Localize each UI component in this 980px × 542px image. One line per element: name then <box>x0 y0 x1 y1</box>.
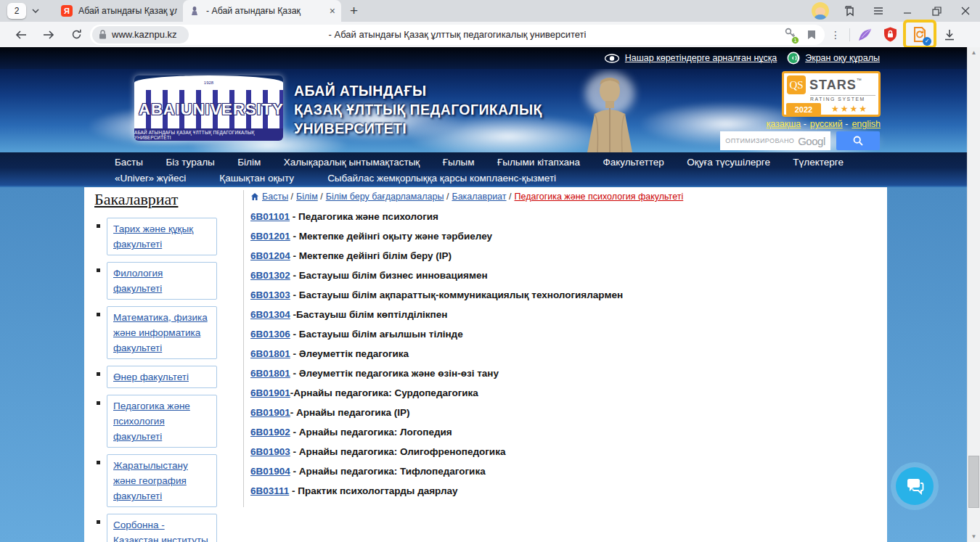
eye-icon <box>604 54 620 63</box>
address-bar[interactable]: www.kaznpu.kz - Абай атындағы Қазақ ұлтт… <box>90 25 825 45</box>
program-code-link[interactable]: 6В01903 <box>250 446 290 457</box>
faculty-link[interactable]: Математика, физика және информатика факу… <box>113 312 208 353</box>
qs-logo: QS <box>787 75 806 94</box>
program-code-link[interactable]: 6В01204 <box>250 250 290 261</box>
faculty-link[interactable]: Педагогика және психология факультеті <box>113 401 190 442</box>
back-button[interactable] <box>7 22 35 47</box>
faculty-link[interactable]: Сорбонна - Қазақстан институты <box>113 520 208 542</box>
nav-item[interactable]: Сыбайлас жемқорлыққа қарсы комплаенс-қыз… <box>327 173 556 184</box>
qs-subtitle: RATING SYSTEM <box>810 95 875 102</box>
downloads-icon[interactable] <box>937 22 962 47</box>
qs-stars-row: ★★★★ <box>821 103 878 115</box>
nav-item[interactable]: Түлектерге <box>793 157 844 168</box>
nav-item[interactable]: Ғылыми кітапхана <box>497 157 580 168</box>
program-code-link[interactable]: 6В01303 <box>250 290 290 300</box>
program-name: - Арнайы педагогика (IP) <box>290 407 410 418</box>
tab-title: Абай атындағы Қазақ ұлт <box>78 6 177 16</box>
nav-item[interactable]: Факультеттер <box>603 157 663 168</box>
highlighted-extension-icon[interactable]: ✓ <box>911 26 928 44</box>
password-manager-icon[interactable]: 1 <box>785 28 796 41</box>
faculty-link[interactable]: Өнер факультеті <box>113 371 189 382</box>
language-link[interactable]: русский <box>810 119 843 129</box>
nav-item[interactable]: Ғылым <box>443 157 475 168</box>
bullet <box>97 372 100 376</box>
quill-extension-icon[interactable] <box>853 22 878 47</box>
nav-item[interactable]: Біз туралы <box>166 157 214 168</box>
faculty-link[interactable]: Жаратылыстану және география факультеті <box>113 460 188 501</box>
nav-item[interactable]: Басты <box>115 157 143 168</box>
profile-avatar[interactable] <box>806 0 835 22</box>
faculty-link[interactable]: Филология факультеті <box>113 268 163 294</box>
nav-row-1: БастыБіз туралыБілімХалықаралық ынтымақт… <box>0 152 967 170</box>
low-vision-version-link[interactable]: Нашар көретіндерге арналған нұсқа <box>604 53 777 63</box>
nav-item[interactable]: Қашықтан оқыту <box>219 173 294 184</box>
adblock-shield-icon[interactable] <box>878 22 902 47</box>
nav-item[interactable]: «Univer» жүйесі <box>115 173 186 184</box>
university-name-line: АБАЙ АТЫНДАҒЫ <box>294 81 542 100</box>
program-code-link[interactable]: 6В01201 <box>250 231 290 242</box>
program-code-link[interactable]: 6В03111 <box>250 485 289 496</box>
program-row: 6В01201 - Мектепке дейінгі оқыту және тә… <box>250 230 881 242</box>
page-scrollbar[interactable]: ▲ ▼ <box>967 47 980 542</box>
university-logo[interactable]: 1928 ABAI UNIVERSITY АБАЙ АТЫНДАҒЫ ҚАЗАҚ… <box>134 75 283 141</box>
tab-counter[interactable]: 2 <box>7 3 26 19</box>
program-code-link[interactable]: 6В01902 <box>250 427 290 438</box>
scrollbar-thumb[interactable] <box>968 456 979 508</box>
program-code-link[interactable]: 6В01302 <box>250 270 290 281</box>
program-code-link[interactable]: 6В01901 <box>250 387 290 398</box>
list-item: Жаратылыстану және география факультеті <box>94 454 243 507</box>
accessibility-strip: Нашар көретіндерге арналған нұсқа Экран … <box>0 47 967 69</box>
breadcrumb-link[interactable]: Білім беру бағдарламалары <box>326 192 444 202</box>
nav-item[interactable]: Оқуға түсушілерге <box>687 157 770 168</box>
program-row: 6В01903 - Арнайы педагогика: Олигофреноп… <box>250 445 881 458</box>
language-link[interactable]: қазақша <box>767 119 801 129</box>
forward-button[interactable] <box>35 22 62 47</box>
program-code-link[interactable]: 6В01801 <box>250 368 290 379</box>
list-item: Филология факультеті <box>94 262 243 300</box>
bookmark-icon[interactable] <box>807 30 816 40</box>
program-code-link[interactable]: 6В01901 <box>250 407 290 418</box>
university-name-line: УНИВЕРСИТЕТІ <box>294 119 542 138</box>
chat-widget-button[interactable] <box>896 467 934 505</box>
bullet <box>97 461 100 464</box>
scroll-up-arrow[interactable]: ▲ <box>968 49 980 56</box>
minimize-button[interactable] <box>893 0 922 22</box>
menu-icon[interactable] <box>864 0 893 22</box>
program-code-link[interactable]: 6В01304 <box>250 309 290 320</box>
reload-button[interactable] <box>62 22 90 47</box>
breadcrumb-link[interactable]: Бакалавриат <box>452 192 506 202</box>
faculty-link[interactable]: Тарих және құқық факультеті <box>113 223 193 250</box>
program-row: 6В01801 - Әлеуметтік педагогика және өзі… <box>250 367 881 379</box>
language-link[interactable]: english <box>852 119 881 129</box>
search-input[interactable]: оптимизировано Googl <box>720 131 830 150</box>
program-row: 6В01904 - Арнайы педагогика: Тифлопедаго… <box>250 465 881 477</box>
screen-reader-link[interactable]: Экран оқу құралы <box>787 52 880 65</box>
site-search: оптимизировано Googl <box>720 131 880 150</box>
program-code-link[interactable]: 6В01904 <box>250 466 290 477</box>
new-tab-button[interactable]: + <box>350 3 358 19</box>
tab-inactive[interactable]: Я Абай атындағы Қазақ ұлт <box>55 0 183 22</box>
restore-button[interactable] <box>922 0 951 22</box>
more-options-icon[interactable]: ⋮ <box>825 22 846 47</box>
tab-groups-icon[interactable] <box>835 0 864 22</box>
program-row: 6В01306 - Бастауыш білім ағылшын тілінде <box>250 328 881 340</box>
url-chip[interactable]: www.kaznpu.kz <box>92 26 189 44</box>
breadcrumb-link[interactable]: Білім <box>296 192 318 202</box>
breadcrumb-link[interactable]: Басты <box>262 192 288 202</box>
program-code-link[interactable]: 6В01801 <box>250 348 290 359</box>
list-item: Тарих және құқық факультеті <box>94 218 243 255</box>
qs-year: 2022 <box>786 103 821 115</box>
search-icon <box>853 136 863 146</box>
nav-item[interactable]: Халықаралық ынтымақтастық <box>284 157 420 168</box>
close-tab-icon[interactable]: × <box>330 6 335 16</box>
nav-item[interactable]: Білім <box>237 157 261 168</box>
program-code-link[interactable]: 6В01306 <box>250 329 290 340</box>
search-button[interactable] <box>836 131 880 150</box>
sidebar-title: Бакалавриат <box>94 190 243 209</box>
program-code-link[interactable]: 6В01101 <box>250 211 290 222</box>
scroll-down-arrow[interactable]: ▼ <box>968 533 980 540</box>
tab-active[interactable]: - Абай атындағы Қазақ × <box>183 0 341 22</box>
close-window-button[interactable] <box>951 0 980 22</box>
chevron-down-icon[interactable] <box>26 9 45 13</box>
list-item: Педагогика және психология факультеті <box>94 395 243 448</box>
